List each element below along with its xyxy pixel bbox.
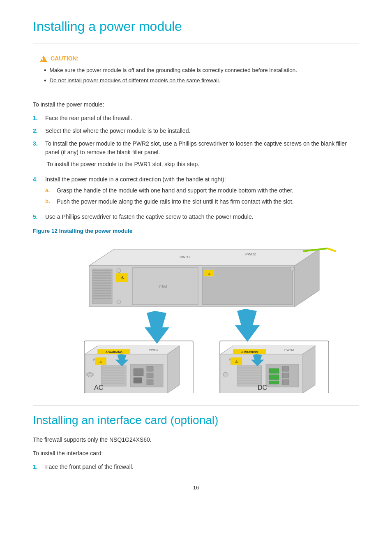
section1-steps: 1. Face the rear panel of the firewall. … (33, 114, 359, 221)
svg-rect-60 (147, 380, 153, 385)
svg-rect-90 (282, 373, 289, 378)
step-4b-num: b. (45, 197, 53, 206)
svg-marker-68 (303, 346, 315, 393)
svg-point-31 (117, 269, 121, 273)
step-3-num: 3. (33, 139, 41, 148)
svg-rect-86 (269, 368, 279, 373)
svg-text:⚠: ⚠ (99, 360, 102, 364)
ac-label: AC (94, 384, 103, 391)
step-5: 5. Use a Phillips screwdriver to fasten … (33, 213, 359, 221)
step-4b: b. Push the power module along the guide… (45, 197, 294, 206)
svg-text:⚠: ⚠ (235, 360, 238, 364)
svg-text:PWR2: PWR2 (149, 348, 159, 352)
svg-text:⚠: ⚠ (208, 272, 210, 275)
svg-point-61 (88, 372, 92, 377)
step-4-text: Install the power module in a correct di… (45, 176, 226, 183)
section2-intro2: To install the interface card: (33, 449, 359, 458)
section1-intro: To install the power module: (33, 100, 359, 109)
power-module-diagram: ⚠ PWR1 PWR2 FIM ⚠ (40, 241, 352, 393)
svg-rect-87 (269, 375, 279, 380)
svg-marker-0 (89, 249, 319, 266)
section2-steps: 1. Face the front panel of the firewall. (33, 463, 359, 471)
section1-divider (33, 44, 359, 44)
svg-text:⚠ WARNING: ⚠ WARNING (105, 351, 122, 354)
caution-triangle-icon (40, 56, 47, 62)
step-1-text: Face the rear panel of the firewall. (45, 114, 132, 123)
svg-point-92 (223, 372, 228, 377)
step-4: 4. Install the power module in a correct… (33, 175, 359, 209)
svg-rect-3 (92, 269, 112, 304)
dc-label: DC (258, 384, 267, 391)
page-number: 16 (33, 484, 359, 492)
step-4-num: 4. (33, 175, 41, 184)
caution-item-1: Make sure the power module is off and th… (44, 66, 352, 75)
step-2-num: 2. (33, 127, 41, 135)
svg-rect-58 (147, 366, 153, 371)
step-1-num: 1. (33, 114, 41, 123)
svg-text:PWR2: PWR2 (245, 252, 256, 256)
caution-item-2-text: Do not install power modules of differen… (50, 76, 220, 85)
svg-text:FIM: FIM (159, 284, 167, 289)
step-4-sublist: a. Grasp the handle of the module with o… (45, 186, 294, 206)
step-3-indent-text: To install the power module to the PWR1 … (47, 161, 199, 167)
svg-rect-89 (282, 366, 289, 371)
svg-marker-38 (167, 346, 180, 393)
step-4a-num: a. (45, 186, 53, 195)
caution-item-1-text: Make sure the power module is off and th… (50, 66, 297, 74)
step-3-content: To install the power module to the PWR2 … (45, 139, 359, 171)
step-3-indent: To install the power module to the PWR1 … (45, 160, 359, 169)
svg-rect-88 (269, 381, 279, 384)
svg-point-33 (290, 267, 294, 271)
svg-rect-73 (237, 366, 262, 386)
step-4b-text: Push the power module along the guide ra… (57, 197, 294, 206)
section1-title: Installing a power module (33, 16, 359, 36)
svg-point-32 (117, 300, 121, 304)
svg-line-35 (327, 248, 336, 251)
svg-rect-56 (134, 368, 143, 376)
svg-text:PWR2: PWR2 (284, 348, 294, 352)
step-5-num: 5. (33, 213, 41, 221)
step-2: 2. Select the slot where the power modul… (33, 127, 359, 135)
svg-text:PWR1: PWR1 (180, 255, 190, 259)
step-3-text: To install the power module to the PWR2 … (45, 140, 347, 155)
dc-module: ⚠ WARNING PWR2 PWR1 (221, 346, 315, 393)
section2-title: Installing an interface card (optional) (33, 412, 359, 429)
step-4a-text: Grasp the handle of the module with one … (57, 186, 293, 195)
svg-text:⚠: ⚠ (120, 276, 124, 280)
step-4a: a. Grasp the handle of the module with o… (45, 186, 294, 195)
chassis-main: ⚠ PWR1 PWR2 FIM ⚠ (89, 248, 336, 307)
section2-step-1-num: 1. (33, 463, 41, 471)
figure-caption: Figure 12 Installing the power module (33, 227, 359, 235)
caution-item-2: Do not install power modules of differen… (44, 76, 352, 85)
caution-list: Make sure the power module is off and th… (40, 66, 352, 85)
svg-rect-91 (282, 380, 289, 385)
svg-rect-43 (101, 366, 126, 386)
figure-area: ⚠ PWR1 PWR2 FIM ⚠ (33, 241, 359, 393)
caution-label: CAUTION: (51, 54, 78, 63)
svg-rect-59 (147, 373, 153, 378)
step-4-content: Install the power module in a correct di… (45, 175, 294, 209)
illustration-container: ⚠ PWR1 PWR2 FIM ⚠ (33, 241, 359, 393)
section2-divider (33, 406, 359, 406)
caution-box: CAUTION: Make sure the power module is o… (33, 50, 359, 92)
section2-step-1-text: Face the front panel of the firewall. (45, 463, 134, 471)
svg-rect-28 (202, 268, 293, 305)
step-1: 1. Face the rear panel of the firewall. (33, 114, 359, 123)
step-2-text: Select the slot where the power module i… (45, 127, 190, 135)
section2-step-1: 1. Face the front panel of the firewall. (33, 463, 359, 471)
caution-header: CAUTION: (40, 54, 352, 63)
step-5-text: Use a Phillips screwdriver to fasten the… (45, 213, 254, 221)
svg-rect-57 (134, 378, 142, 383)
section2-intro1: The firewall supports only the NSQ1G24XS… (33, 436, 359, 444)
svg-text:⚠ WARNING: ⚠ WARNING (241, 351, 258, 354)
step-3: 3. To install the power module to the PW… (33, 139, 359, 171)
